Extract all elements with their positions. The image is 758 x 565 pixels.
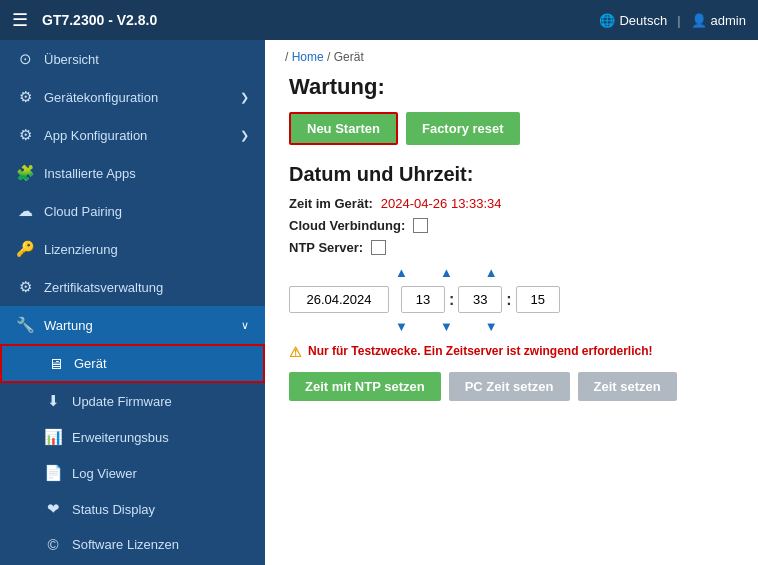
- warning-row: ⚠ Nur für Testzwecke. Ein Zeitserver ist…: [289, 344, 734, 360]
- datum-uhrzeit-title: Datum und Uhrzeit:: [289, 163, 734, 186]
- download-icon: ⬇: [44, 392, 62, 410]
- hour-input[interactable]: [401, 286, 445, 313]
- user-label: admin: [711, 13, 746, 28]
- time-separator-1: :: [445, 291, 458, 309]
- hour-down-button[interactable]: ▼: [389, 317, 414, 336]
- time-fields-row: : :: [289, 286, 734, 313]
- second-up-button[interactable]: ▲: [479, 263, 504, 282]
- sidebar-label-update-firmware: Update Firmware: [72, 394, 172, 409]
- sidebar-label-installierte-apps: Installierte Apps: [44, 166, 136, 181]
- breadcrumb-home[interactable]: Home: [292, 50, 324, 64]
- neu-starten-button[interactable]: Neu Starten: [289, 112, 398, 145]
- minute-input[interactable]: [458, 286, 502, 313]
- sidebar-item-geraetekonfiguration[interactable]: ⚙ Gerätekonfiguration ❯: [0, 78, 265, 116]
- sidebar-label-app-konfiguration: App Konfiguration: [44, 128, 147, 143]
- breadcrumb: / Home / Gerät: [265, 40, 758, 70]
- content-area: / Home / Gerät Wartung: Neu Starten Fact…: [265, 40, 758, 565]
- chevron-right-icon-2: ❯: [240, 129, 249, 142]
- sidebar-item-app-konfiguration[interactable]: ⚙ App Konfiguration ❯: [0, 116, 265, 154]
- pc-zeit-setzen-button[interactable]: PC Zeit setzen: [449, 372, 570, 401]
- ntp-checkbox[interactable]: [371, 240, 386, 255]
- topbar: ☰ GT7.2300 - V2.8.0 🌐 Deutsch | 👤 admin: [0, 0, 758, 40]
- second-input[interactable]: [516, 286, 560, 313]
- user-menu[interactable]: 👤 admin: [691, 13, 746, 28]
- cloud-icon: ☁: [16, 202, 34, 220]
- sidebar-label-uebersicht: Übersicht: [44, 52, 99, 67]
- date-input[interactable]: [289, 286, 389, 313]
- hour-up-button[interactable]: ▲: [389, 263, 414, 282]
- sidebar-label-status-display: Status Display: [72, 502, 155, 517]
- time-picker: ▲ ▲ ▲ : :: [289, 263, 734, 336]
- sidebar-label-erweiterungsbus: Erweiterungsbus: [72, 430, 169, 445]
- sidebar-item-status-display[interactable]: ❤ Status Display: [0, 491, 265, 527]
- wartung-title: Wartung:: [289, 74, 734, 100]
- app-title: GT7.2300 - V2.8.0: [42, 12, 599, 28]
- chevron-right-icon: ❯: [240, 91, 249, 104]
- sidebar-item-cloud-pairing[interactable]: ☁ Cloud Pairing: [0, 192, 265, 230]
- breadcrumb-separator-1: /: [327, 50, 334, 64]
- sidebar-label-geraet: Gerät: [74, 356, 107, 371]
- sidebar-item-zertifikatsverwaltung[interactable]: ⚙ Zertifikatsverwaltung: [0, 268, 265, 306]
- sidebar-label-software-lizenzen: Software Lizenzen: [72, 537, 179, 552]
- geraetekonfig-icon: ⚙: [16, 88, 34, 106]
- time-separator-2: :: [502, 291, 515, 309]
- sidebar-item-uebersicht[interactable]: ⊙ Übersicht: [0, 40, 265, 78]
- user-icon: 👤: [691, 13, 707, 28]
- zeit-value: 2024-04-26 13:33:34: [381, 196, 502, 211]
- hamburger-menu[interactable]: ☰: [12, 9, 28, 31]
- sidebar-item-erweiterungsbus[interactable]: 📊 Erweiterungsbus: [0, 419, 265, 455]
- zeit-mit-ntp-button[interactable]: Zeit mit NTP setzen: [289, 372, 441, 401]
- warning-icon: ⚠: [289, 344, 302, 360]
- minute-down-button[interactable]: ▼: [434, 317, 459, 336]
- sidebar-item-wartung[interactable]: 🔧 Wartung ∨: [0, 306, 265, 344]
- sidebar-label-zertifikatsverwaltung: Zertifikatsverwaltung: [44, 280, 163, 295]
- zeit-im-geraet-row: Zeit im Gerät: 2024-04-26 13:33:34: [289, 196, 734, 211]
- globe-icon: 🌐: [599, 13, 615, 28]
- overview-icon: ⊙: [16, 50, 34, 68]
- language-selector[interactable]: 🌐 Deutsch: [599, 13, 667, 28]
- sidebar-item-update-firmware[interactable]: ⬇ Update Firmware: [0, 383, 265, 419]
- ntp-label: NTP Server:: [289, 240, 363, 255]
- language-label: Deutsch: [619, 13, 667, 28]
- sidebar-item-software-lizenzen[interactable]: © Software Lizenzen: [0, 527, 265, 562]
- appkonfig-icon: ⚙: [16, 126, 34, 144]
- sidebar-label-cloud-pairing: Cloud Pairing: [44, 204, 122, 219]
- sidebar-item-geraet[interactable]: 🖥 Gerät: [0, 344, 265, 383]
- monitor-icon: 🖥: [46, 355, 64, 372]
- zeit-setzen-button[interactable]: Zeit setzen: [578, 372, 677, 401]
- cloud-verbindung-row: Cloud Verbindung:: [289, 218, 734, 233]
- sidebar: ⊙ Übersicht ⚙ Gerätekonfiguration ❯ ⚙ Ap…: [0, 40, 265, 565]
- heart-icon: ❤: [44, 500, 62, 518]
- sidebar-label-geraetekonfiguration: Gerätekonfiguration: [44, 90, 158, 105]
- sidebar-item-lizenzierung[interactable]: 🔑 Lizenzierung: [0, 230, 265, 268]
- sidebar-item-installierte-apps[interactable]: 🧩 Installierte Apps: [0, 154, 265, 192]
- license-icon: 🔑: [16, 240, 34, 258]
- sidebar-label-wartung: Wartung: [44, 318, 93, 333]
- time-arrows-down-row: ▼ ▼ ▼: [289, 317, 734, 336]
- bus-icon: 📊: [44, 428, 62, 446]
- cert-icon: ⚙: [16, 278, 34, 296]
- cloud-checkbox[interactable]: [413, 218, 428, 233]
- minute-up-button[interactable]: ▲: [434, 263, 459, 282]
- wartung-buttons: Neu Starten Factory reset: [289, 112, 734, 145]
- sidebar-label-log-viewer: Log Viewer: [72, 466, 137, 481]
- zeit-label: Zeit im Gerät:: [289, 196, 373, 211]
- cloud-label: Cloud Verbindung:: [289, 218, 405, 233]
- breadcrumb-separator-0: /: [285, 50, 288, 64]
- factory-reset-button[interactable]: Factory reset: [406, 112, 520, 145]
- wrench-icon: 🔧: [16, 316, 34, 334]
- sidebar-label-lizenzierung: Lizenzierung: [44, 242, 118, 257]
- time-arrows-up-row: ▲ ▲ ▲: [289, 263, 734, 282]
- copyright-icon: ©: [44, 536, 62, 553]
- log-icon: 📄: [44, 464, 62, 482]
- sidebar-item-log-viewer[interactable]: 📄 Log Viewer: [0, 455, 265, 491]
- apps-icon: 🧩: [16, 164, 34, 182]
- chevron-down-icon: ∨: [241, 319, 249, 332]
- ntp-server-row: NTP Server:: [289, 240, 734, 255]
- second-down-button[interactable]: ▼: [479, 317, 504, 336]
- topbar-right: 🌐 Deutsch | 👤 admin: [599, 13, 746, 28]
- topbar-divider: |: [677, 13, 680, 28]
- time-action-buttons: Zeit mit NTP setzen PC Zeit setzen Zeit …: [289, 372, 734, 401]
- content-body: Wartung: Neu Starten Factory reset Datum…: [265, 70, 758, 421]
- warning-text: Nur für Testzwecke. Ein Zeitserver ist z…: [308, 344, 653, 358]
